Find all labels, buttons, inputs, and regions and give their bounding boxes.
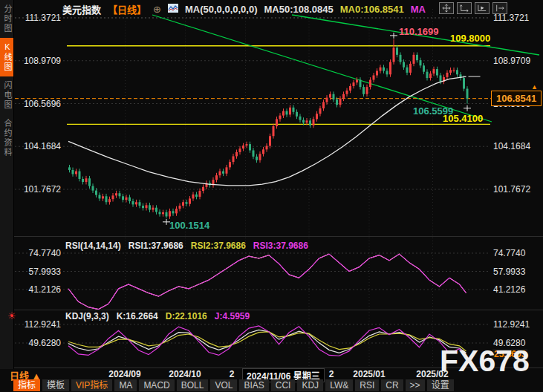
kdj-k-value: K:16.2664 (117, 311, 158, 321)
date-label: 2025/01 (353, 369, 385, 379)
axis-label: 49.6280 (13, 338, 61, 348)
axis-label: 111.3721 (493, 13, 542, 23)
axis-label: 112.9241 (13, 319, 61, 330)
toolbar-item-VIP指标[interactable]: VIP指标 (71, 379, 112, 391)
axis-label: 41.2126 (13, 284, 61, 295)
symbol-name: 美元指数 (62, 2, 101, 16)
watermark-logo: FX678 (440, 344, 530, 379)
ma-label: MA (411, 4, 426, 15)
axis-label: 57.9933 (13, 267, 61, 277)
trendlines (152, 15, 539, 122)
mini-chart-icon (168, 4, 178, 15)
toolbar-item-BIAS[interactable]: BIAS (239, 379, 268, 391)
axis-label: 74.7740 (493, 248, 542, 258)
rsi-legend: RSI(14,14,14) RSI1:37.9686 RSI2:37.9686 … (65, 241, 308, 251)
sidebar-tab-合约资料[interactable]: 合约资料 (0, 114, 13, 162)
support-level-label: 105.4100 (443, 113, 483, 124)
axis-label: 104.1684 (13, 141, 61, 151)
axis-label: 57.9933 (493, 267, 542, 277)
axis-label: 101.7672 (13, 184, 61, 195)
toolbar-item-设置[interactable]: 设置 (427, 379, 454, 391)
toolbar-item-VOL[interactable]: VOL (210, 379, 237, 391)
rsi2-value: RSI2:37.9686 (191, 241, 246, 251)
ma0-value: MA0:106.8541 (340, 4, 404, 15)
ma50-value: MA50:108.0845 (264, 4, 333, 15)
kdj-legend: KDJ(9,3,3) K:16.2664 D:22.1016 J:4.5959 (65, 311, 250, 321)
toolbar-item-LW&[interactable]: LW& (325, 379, 353, 391)
resistance-level-label: 109.8000 (450, 33, 490, 44)
toolbar-item-MACD[interactable]: MACD (139, 379, 174, 391)
rsi3-value: RSI3:37.9686 (253, 241, 308, 251)
kdj-title: KDJ(9,3,3) (65, 311, 109, 321)
candles (68, 39, 469, 219)
toolbar-item-指标[interactable]: 指标 (13, 379, 40, 391)
kdj-d-value: D:22.1016 (166, 311, 207, 321)
hot-indicator-icon: ☀ (7, 310, 16, 321)
cross-markers (163, 33, 471, 225)
axis-label: 106.5696 (13, 99, 61, 109)
kdj-j-value: J:4.5959 (215, 311, 250, 321)
rsi-title: RSI(14,14,14) (65, 241, 121, 251)
toolbar-item-CCI[interactable]: CCI (271, 379, 296, 391)
axis-label: 41.2126 (493, 284, 542, 295)
axis-label: 108.9709 (13, 56, 61, 66)
indicator-toolbar: 指标模板VIP指标MAMACDBOLLVOLBIASCCIKDJLW&RSICR… (13, 379, 454, 391)
sidebar-tab-分时图[interactable]: 分时图 (0, 0, 13, 38)
axis-scale-icon[interactable] (457, 2, 472, 14)
date-label: 2024/09 (108, 369, 140, 379)
kdj-lines (68, 326, 466, 356)
axis-label: 108.9709 (493, 56, 542, 66)
axis-label: 104.1684 (493, 141, 542, 151)
rsi-lines (68, 254, 466, 309)
toolbar-item->>[interactable]: >> (406, 379, 425, 391)
axis-label: 112.9241 (493, 319, 542, 330)
peak-price-label: 110.1699 (399, 26, 439, 37)
toolbar-item-RSI[interactable]: RSI (355, 379, 379, 391)
date-label: 2 (230, 369, 235, 379)
ma50-line (68, 76, 466, 186)
axis-play-icon[interactable] (475, 2, 490, 14)
rsi1-value: RSI1:37.9686 (129, 241, 183, 251)
add-indicator-icon[interactable]: ⊕ (153, 4, 161, 15)
period-label: 【日线】 (108, 2, 146, 16)
bottom-low-label: 100.1514 (169, 220, 209, 231)
axis-label: 74.7740 (13, 248, 61, 258)
chart-canvas[interactable] (0, 0, 543, 392)
toolbar-item-KDJ[interactable]: KDJ (297, 379, 323, 391)
chart-legend: 美元指数 【日线】 ⊕ MA(50,0,0,0,0,0) MA50:108.08… (62, 2, 426, 16)
toolbar-item-MA[interactable]: MA (114, 379, 137, 391)
date-label: 2 (329, 369, 334, 379)
date-label: 2024/10 (169, 369, 201, 379)
sidebar-tab-闪电图[interactable]: 闪电图 (0, 76, 13, 114)
axis-label: 101.7672 (493, 184, 542, 195)
last-price-tag: 106.8541 (491, 91, 542, 106)
sidebar-tab-K线图[interactable]: K线图 (0, 38, 13, 76)
price-up-arrow-icon: ▲ (531, 83, 538, 91)
trading-app-window: 分时图K线图闪电图合约资料 美元指数 【日线】 ⊕ MA(50,0,0,0,0,… (0, 0, 543, 392)
toolbar-item-BOLL[interactable]: BOLL (177, 379, 209, 391)
toolbar-item-模板[interactable]: 模板 (42, 379, 69, 391)
axis-label: 111.3721 (13, 13, 61, 23)
ma-params: MA(50,0,0,0,0,0) (185, 4, 258, 15)
pan-icon[interactable] (439, 2, 454, 14)
toolbar-item-CR[interactable]: CR (381, 379, 403, 391)
